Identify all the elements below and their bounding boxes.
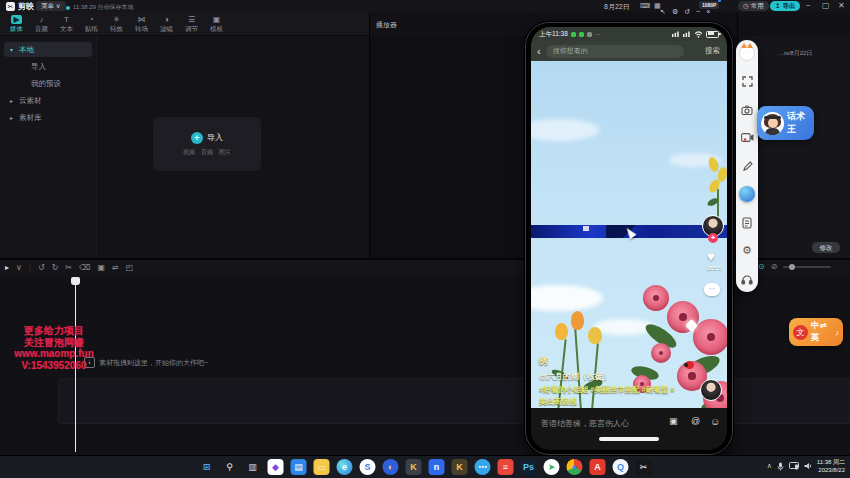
screenshot-icon[interactable]: [739, 102, 755, 118]
search-button[interactable]: 搜索: [705, 46, 720, 56]
tab-audio[interactable]: ♪音频: [29, 12, 54, 35]
speaker-icon[interactable]: [804, 462, 812, 470]
video-hashtags-line1[interactable]: #好看的小姐姐 #美丽丝巾搭配 #耐看型 #: [539, 385, 674, 395]
tab-text[interactable]: T文本: [54, 12, 79, 35]
snap-toggle-icon[interactable]: ⊙: [758, 262, 765, 271]
tab-template[interactable]: ▣模板: [204, 12, 229, 35]
mascot-icon[interactable]: ˙˙: [739, 45, 755, 61]
tab-transition[interactable]: ⋈转场: [129, 12, 154, 35]
record-icon[interactable]: [739, 130, 755, 146]
phone-mirror-window[interactable]: 上午11:38 ··· ‹ 搜你想看的 搜索: [525, 22, 733, 455]
comment-icon[interactable]: ⋯: [704, 283, 720, 296]
sidebar-presets[interactable]: 我的预设: [4, 76, 92, 91]
link-toggle-icon[interactable]: ⊘: [771, 262, 778, 271]
taskbar-chrome[interactable]: ●: [567, 459, 583, 475]
taskbar-capcut[interactable]: ✂: [636, 459, 652, 475]
assistant-badge[interactable]: 话术王: [757, 106, 814, 140]
like-icon[interactable]: ♥: [707, 249, 715, 264]
modify-button[interactable]: 修改: [812, 242, 840, 253]
taskbar-search[interactable]: ⚲: [222, 459, 238, 475]
tab-adjust[interactable]: ☰调节: [179, 12, 204, 35]
sidebar-cloud-label: 云素材: [19, 96, 42, 106]
headset-icon[interactable]: [739, 271, 755, 287]
taskbar-app-circle[interactable]: ◐: [383, 459, 399, 475]
sidebar-local[interactable]: ▾本地: [4, 42, 92, 57]
translate-widget[interactable]: 文 中⇌英 ♪: [789, 318, 843, 346]
tool-delete[interactable]: ⌫: [79, 260, 90, 276]
photo-icon[interactable]: ▣: [669, 416, 678, 426]
tulip-flower: [555, 323, 568, 340]
zoom-slider-knob[interactable]: [789, 264, 795, 270]
tool-select-caret[interactable]: ∨: [16, 260, 22, 276]
shortcut-keyboard-icon[interactable]: ⌨: [640, 2, 650, 10]
follow-button[interactable]: +: [708, 233, 718, 243]
quick-access-button[interactable]: ◷ 常用: [738, 1, 769, 11]
settings-icon[interactable]: ⚙: [739, 243, 755, 259]
search-input[interactable]: 搜你想看的: [546, 45, 684, 58]
tool-crop[interactable]: ◰: [126, 260, 134, 276]
taskbar-edge[interactable]: e: [337, 459, 353, 475]
tab-effects[interactable]: ✳特效: [104, 12, 129, 35]
sidebar-import[interactable]: 导入: [4, 59, 92, 74]
taskbar-app-swirl[interactable]: S: [360, 459, 376, 475]
taskbar-app-stripes[interactable]: ≡: [498, 459, 514, 475]
sidebar-cloud[interactable]: ▸云素材: [4, 93, 92, 108]
microphone-icon[interactable]: [777, 462, 784, 471]
comment-input[interactable]: 善语结善缘，恶言伤人心: [541, 418, 629, 429]
quick-access-label: 常用: [751, 1, 764, 11]
tab-media[interactable]: ▶媒体: [4, 12, 29, 35]
tray-expand-icon[interactable]: ∧: [767, 462, 772, 470]
tab-sticker[interactable]: ◔贴纸: [79, 12, 104, 35]
menu-button[interactable]: 菜单 ∨: [36, 1, 66, 11]
taskbar-app-quark[interactable]: Q: [613, 459, 629, 475]
mirror-minimize-icon[interactable]: −: [696, 8, 700, 16]
taskbar-app-remote[interactable]: ➤: [544, 459, 560, 475]
taskbar-app-key2[interactable]: K: [452, 459, 468, 475]
taskbar-app-chat[interactable]: ⋯: [475, 459, 491, 475]
taskbar-file-explorer[interactable]: ▭: [314, 459, 330, 475]
import-card[interactable]: + 导入 视频 音频 图片: [153, 117, 261, 171]
window-minimize-button[interactable]: −: [806, 2, 811, 10]
tab-filter[interactable]: ◑滤镜: [154, 12, 179, 35]
emoji-icon[interactable]: ☺: [710, 416, 720, 427]
notes-icon[interactable]: [739, 215, 755, 231]
expand-icon[interactable]: [739, 73, 755, 89]
mirror-rotate-icon[interactable]: ↺: [684, 8, 690, 16]
tool-reverse[interactable]: ⇌: [112, 260, 119, 276]
video-username[interactable]: @六月的雨（收徒）: [539, 371, 611, 382]
mirror-close-icon[interactable]: ×: [706, 8, 710, 16]
taskbar-app-bluebox[interactable]: ▤: [291, 459, 307, 475]
back-icon[interactable]: ‹: [537, 42, 541, 60]
mirror-cursor-icon[interactable]: ↖: [660, 8, 666, 16]
tool-redo[interactable]: ↻: [52, 260, 59, 276]
video-hashtags-line2[interactable]: 美出高级感: [539, 397, 577, 407]
tool-freeze[interactable]: ▣: [97, 260, 105, 276]
pen-icon[interactable]: [739, 158, 755, 174]
mention-icon[interactable]: @: [691, 416, 700, 426]
taskbar-app-design[interactable]: ◆: [268, 459, 284, 475]
second-avatar[interactable]: [700, 379, 722, 401]
flower-stem: [717, 189, 719, 217]
taskbar-clock[interactable]: 11:38 周二 2023/8/22: [817, 458, 845, 474]
taskbar-app-n[interactable]: n: [429, 459, 445, 475]
pink-flower: [643, 285, 669, 311]
tool-split[interactable]: ✂: [65, 260, 72, 276]
video-feed[interactable]: + ♥ 185.5 ⋯: [531, 61, 727, 408]
window-maximize-button[interactable]: ▢: [822, 2, 830, 10]
taskbar-app-key1[interactable]: K: [406, 459, 422, 475]
tool-undo[interactable]: ↺: [38, 260, 45, 276]
watermark-line: 关注冒泡网赚: [10, 337, 98, 349]
export-button[interactable]: ↥ 导出: [770, 1, 800, 11]
float-ball[interactable]: [739, 186, 755, 202]
taskbar-start[interactable]: ⊞: [199, 459, 215, 475]
timeline-zoom-slider[interactable]: [783, 266, 831, 268]
tool-select[interactable]: ▸: [5, 260, 9, 276]
tool-divider[interactable]: |: [29, 260, 31, 276]
taskbar-photoshop[interactable]: Ps: [521, 459, 537, 475]
cast-screen-icon[interactable]: [789, 462, 799, 470]
taskbar-app-adobe[interactable]: A: [590, 459, 606, 475]
mirror-settings-icon[interactable]: ⚙: [672, 8, 678, 16]
window-close-button[interactable]: ✕: [838, 2, 845, 10]
sidebar-library[interactable]: ▸素材库: [4, 110, 92, 125]
taskbar-taskview[interactable]: ▥: [245, 459, 261, 475]
